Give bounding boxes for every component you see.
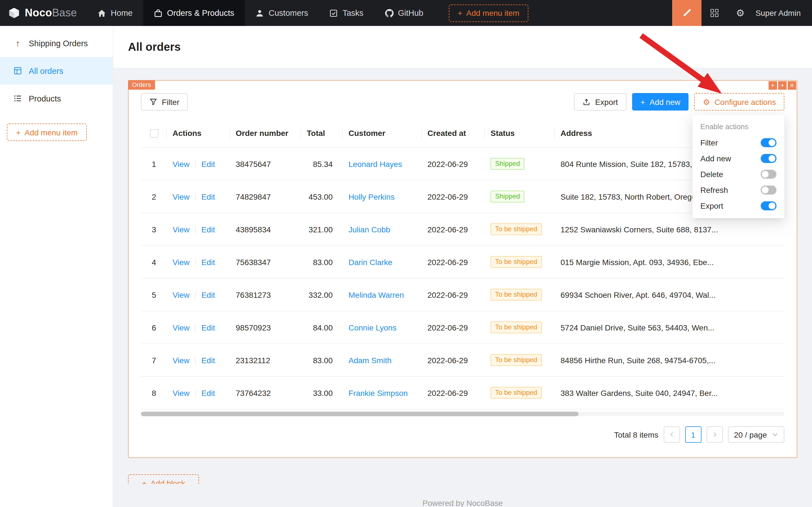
column-header-actions: Actions bbox=[167, 119, 230, 148]
enable-action-item[interactable]: Add new bbox=[692, 151, 785, 166]
view-link[interactable]: View bbox=[173, 159, 189, 168]
scrollbar-thumb[interactable] bbox=[141, 412, 579, 416]
filter-button[interactable]: Filter bbox=[141, 93, 188, 111]
table-row[interactable]: 6 ViewEdit 98570923 84.00 Connie Lyons 2… bbox=[141, 311, 785, 344]
export-icon bbox=[583, 98, 591, 106]
orders-table-body: 1 ViewEdit 38475647 85.34 Leonard Hayes … bbox=[141, 148, 785, 409]
block-drag-handle-icon[interactable]: ≡ bbox=[788, 81, 796, 90]
nav-item-customers[interactable]: Customers bbox=[245, 0, 319, 26]
total-cell: 321.00 bbox=[301, 213, 343, 245]
pagination-prev-button[interactable] bbox=[663, 426, 680, 443]
enable-action-item[interactable]: Filter bbox=[692, 135, 785, 151]
configure-actions-button[interactable]: ⚙ Configure actions bbox=[694, 93, 785, 111]
action-divider bbox=[195, 291, 196, 299]
nav-item-github[interactable]: GitHub bbox=[374, 0, 434, 26]
toggle-switch[interactable] bbox=[761, 154, 776, 163]
export-button[interactable]: Export bbox=[574, 93, 627, 111]
pagination-page-1[interactable]: 1 bbox=[685, 426, 701, 443]
navbar-add-menu-item-button[interactable]: + Add menu item bbox=[449, 4, 528, 22]
edit-link[interactable]: Edit bbox=[201, 192, 215, 201]
customer-link[interactable]: Melinda Warren bbox=[348, 290, 404, 299]
customer-link[interactable]: Holly Perkins bbox=[348, 192, 395, 201]
table-row[interactable]: 4 ViewEdit 75638347 83.00 Darin Clarke 2… bbox=[141, 245, 785, 278]
created-at-cell: 2022-06-29 bbox=[422, 213, 485, 245]
plus-icon: + bbox=[142, 479, 146, 484]
nav-item-home[interactable]: Home bbox=[87, 0, 143, 26]
view-link[interactable]: View bbox=[173, 225, 189, 234]
chevron-down-icon bbox=[772, 432, 778, 438]
enable-action-item[interactable]: Refresh bbox=[692, 182, 785, 198]
table-row[interactable]: 8 ViewEdit 73764232 33.00 Frankie Simpso… bbox=[141, 377, 785, 409]
view-link[interactable]: View bbox=[173, 388, 189, 397]
customer-link[interactable]: Darin Clarke bbox=[348, 258, 393, 267]
edit-link[interactable]: Edit bbox=[201, 225, 215, 234]
sidebar-add-menu-item-button[interactable]: + Add menu item bbox=[7, 123, 87, 141]
configure-actions-dropdown: Enable actions Filter Add new Delete Ref… bbox=[692, 115, 785, 218]
toggle-switch[interactable] bbox=[761, 138, 776, 147]
block-collection-tag: Orders bbox=[128, 80, 155, 90]
add-new-button[interactable]: + Add new bbox=[632, 93, 689, 111]
table-row[interactable]: 7 ViewEdit 23132112 83.00 Adam Smith 202… bbox=[141, 344, 785, 377]
plugins-grid-icon[interactable] bbox=[701, 0, 728, 26]
sidebar-item-all-orders[interactable]: All orders bbox=[0, 57, 113, 84]
customer-link[interactable]: Julian Cobb bbox=[348, 225, 390, 234]
edit-link[interactable]: Edit bbox=[201, 388, 215, 397]
nav-item-label: Home bbox=[111, 8, 132, 17]
customers-icon bbox=[256, 9, 264, 17]
view-link[interactable]: View bbox=[173, 192, 189, 201]
table-row[interactable]: 1 ViewEdit 38475647 85.34 Leonard Hayes … bbox=[141, 148, 785, 180]
customer-link[interactable]: Frankie Simpson bbox=[348, 388, 408, 397]
nav-item-orders-products[interactable]: Orders & Products bbox=[143, 0, 245, 26]
toolbar-right-actions: Export + Add new ⚙ Configure actions bbox=[574, 93, 785, 111]
ui-editor-toggle-button[interactable] bbox=[672, 0, 701, 26]
nav-item-tasks[interactable]: Tasks bbox=[319, 0, 374, 26]
nocobase-logo[interactable]: NocoBase bbox=[0, 0, 87, 26]
orders-products-icon bbox=[154, 9, 162, 17]
enable-action-item[interactable]: Export bbox=[692, 198, 785, 214]
view-link[interactable]: View bbox=[173, 290, 189, 299]
view-link[interactable]: View bbox=[173, 323, 189, 332]
edit-link[interactable]: Edit bbox=[201, 258, 215, 267]
table-row[interactable]: 3 ViewEdit 43895834 321.00 Julian Cobb 2… bbox=[141, 213, 785, 245]
enable-actions-list: Filter Add new Delete Refresh Export bbox=[692, 135, 785, 214]
logo-text: NocoBase bbox=[25, 7, 77, 19]
orders-table: Actions Order number Total Customer Crea… bbox=[141, 119, 785, 409]
left-sidebar: ↑ Shipping Orders All orders Products + … bbox=[0, 26, 113, 507]
toggle-switch[interactable] bbox=[761, 201, 776, 210]
page-size-select[interactable]: 20 / page bbox=[728, 426, 785, 443]
edit-link[interactable]: Edit bbox=[201, 290, 215, 299]
orders-table-icon bbox=[13, 66, 22, 75]
column-header-order-number: Order number bbox=[230, 119, 301, 148]
horizontal-scrollbar[interactable] bbox=[141, 412, 785, 416]
customer-link[interactable]: Connie Lyons bbox=[348, 323, 396, 332]
toggle-switch[interactable] bbox=[761, 185, 776, 194]
customer-link[interactable]: Leonard Hayes bbox=[348, 159, 402, 168]
address-cell: 5724 Daniel Drive, Suite 563, 54403, Wen… bbox=[555, 311, 785, 344]
view-link[interactable]: View bbox=[173, 355, 189, 364]
sidebar-item-products[interactable]: Products bbox=[0, 84, 113, 112]
total-cell: 85.34 bbox=[301, 148, 343, 180]
nav-item-label: Tasks bbox=[343, 8, 363, 17]
created-at-cell: 2022-06-29 bbox=[422, 311, 485, 344]
view-link[interactable]: View bbox=[173, 258, 189, 267]
settings-gear-icon[interactable]: ⚙ bbox=[728, 0, 753, 26]
enable-action-item[interactable]: Delete bbox=[692, 166, 785, 182]
table-row[interactable]: 5 ViewEdit 76381273 332.00 Melinda Warre… bbox=[141, 278, 785, 311]
edit-link[interactable]: Edit bbox=[201, 323, 215, 332]
created-at-cell: 2022-06-29 bbox=[422, 377, 485, 409]
pagination-next-button[interactable] bbox=[706, 426, 722, 443]
top-navbar: NocoBase Home Orders & Products Customer… bbox=[0, 0, 812, 26]
sidebar-item-shipping-orders[interactable]: ↑ Shipping Orders bbox=[0, 29, 113, 57]
customer-link[interactable]: Adam Smith bbox=[348, 355, 392, 364]
orders-block: Orders + + ≡ Filter bbox=[128, 80, 797, 458]
block-add-icon[interactable]: + bbox=[768, 81, 777, 90]
block-designer-toolbar: + + ≡ bbox=[768, 81, 796, 90]
edit-link[interactable]: Edit bbox=[201, 159, 215, 168]
toggle-switch[interactable] bbox=[761, 170, 776, 179]
block-insert-icon[interactable]: + bbox=[778, 81, 787, 90]
add-block-button[interactable]: + Add block bbox=[128, 474, 199, 484]
current-user-menu[interactable]: Super Admin bbox=[753, 8, 812, 17]
table-row[interactable]: 2 ViewEdit 74829847 453.00 Holly Perkins… bbox=[141, 180, 785, 213]
edit-link[interactable]: Edit bbox=[201, 355, 215, 364]
select-all-checkbox[interactable] bbox=[150, 129, 158, 137]
